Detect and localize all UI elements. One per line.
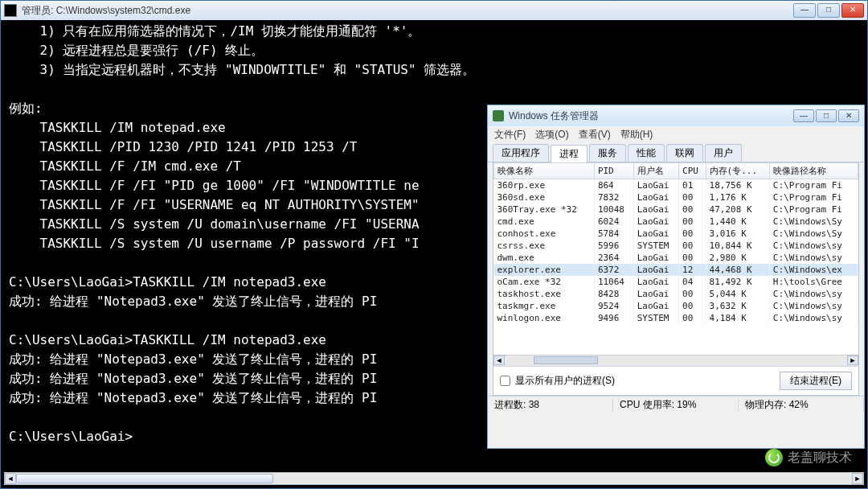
tm-process-table: 映像名称PID用户名CPU内存(专...映像路径名称 360rp.exe864L… [493, 162, 858, 324]
tm-maximize-button[interactable]: □ [816, 109, 837, 122]
show-all-users-label: 显示所有用户的进程(S) [515, 374, 615, 388]
tm-tab[interactable]: 服务 [589, 144, 626, 162]
table-row[interactable]: oCam.exe *3211064LaoGai0481,492 KH:\tool… [494, 276, 858, 288]
show-all-users-checkbox[interactable] [500, 376, 510, 386]
table-row[interactable]: conhost.exe5784LaoGai003,016 KC:\Windows… [494, 228, 858, 240]
table-row[interactable]: 360sd.exe7832LaoGai001,176 KC:\Program F… [494, 191, 858, 203]
wechat-logo-icon [765, 449, 783, 466]
tm-menu-item[interactable]: 文件(F) [494, 129, 526, 140]
cmd-title: 管理员: C:\Windows\system32\cmd.exe [22, 4, 793, 18]
scroll-left-arrow-icon[interactable]: ◄ [493, 355, 505, 365]
tm-tab-strip: 应用程序进程服务性能联网用户 [488, 142, 864, 162]
cmd-horizontal-scrollbar[interactable]: ◄ ► [4, 472, 864, 485]
cmd-close-button[interactable]: ✕ [841, 3, 864, 18]
tm-column-header[interactable]: 用户名 [633, 163, 678, 179]
tm-column-header[interactable]: CPU [679, 163, 706, 179]
scroll-right-arrow-icon[interactable]: ► [852, 473, 863, 484]
tm-footer: 显示所有用户的进程(S) 结束进程(E) [493, 366, 858, 395]
tm-menu-item[interactable]: 查看(V) [579, 129, 611, 140]
tm-tab[interactable]: 联网 [666, 144, 703, 162]
table-row[interactable]: taskhost.exe8428LaoGai005,044 KC:\Window… [494, 288, 858, 300]
tm-tab[interactable]: 性能 [628, 144, 665, 162]
tm-tab[interactable]: 进程 [551, 145, 588, 162]
tm-window-buttons: — □ ✕ [793, 109, 859, 122]
tm-status-bar: 进程数: 38 CPU 使用率: 19% 物理内存: 42% [488, 396, 864, 413]
end-process-button[interactable]: 结束进程(E) [780, 372, 852, 390]
tm-menu-item[interactable]: 帮助(H) [620, 129, 653, 140]
tm-minimize-button[interactable]: — [793, 109, 814, 122]
tm-close-button[interactable]: ✕ [838, 109, 859, 122]
tm-content: 映像名称PID用户名CPU内存(专...映像路径名称 360rp.exe864L… [493, 162, 859, 396]
scroll-right-arrow-icon[interactable]: ► [847, 355, 858, 365]
tm-tab[interactable]: 用户 [705, 144, 742, 162]
task-manager-window: Windows 任务管理器 — □ ✕ 文件(F)选项(O)查看(V)帮助(H)… [487, 105, 865, 449]
tm-menu-bar: 文件(F)选项(O)查看(V)帮助(H) [488, 126, 864, 142]
table-row[interactable]: cmd.exe6024LaoGai001,440 KC:\Windows\Sy [494, 216, 858, 228]
table-row[interactable]: 360Tray.exe *3210048LaoGai0047,208 KC:\P… [494, 203, 858, 216]
tm-tab[interactable]: 应用程序 [493, 144, 549, 162]
scroll-left-arrow-icon[interactable]: ◄ [5, 473, 16, 484]
watermark-text: 老盖聊技术 [788, 450, 852, 466]
status-memory-usage: 物理内存: 42% [739, 398, 864, 412]
watermark: 老盖聊技术 [765, 449, 852, 466]
tm-column-header[interactable]: PID [594, 163, 633, 179]
table-row[interactable]: 360rp.exe864LaoGai0118,756 KC:\Program F… [494, 179, 858, 192]
tm-title: Windows 任务管理器 [509, 109, 793, 123]
cmd-titlebar[interactable]: 管理员: C:\Windows\system32\cmd.exe — □ ✕ [1, 1, 867, 20]
tm-titlebar[interactable]: Windows 任务管理器 — □ ✕ [488, 105, 864, 126]
table-row[interactable]: csrss.exe5996SYSTEM0010,844 KC:\Windows\… [494, 240, 858, 252]
table-row[interactable]: explorer.exe6372LaoGai1244,468 KC:\Windo… [494, 264, 858, 276]
table-row[interactable]: dwm.exe2364LaoGai002,980 KC:\Windows\sy [494, 252, 858, 264]
tm-icon [493, 110, 504, 121]
tm-column-header[interactable]: 内存(专... [706, 163, 769, 179]
scroll-thumb[interactable] [534, 356, 598, 364]
status-cpu-usage: CPU 使用率: 19% [613, 398, 739, 412]
tm-menu-item[interactable]: 选项(O) [535, 129, 568, 140]
cmd-icon [4, 4, 17, 17]
tm-column-header[interactable]: 映像路径名称 [769, 163, 858, 179]
cmd-window-buttons: — □ ✕ [793, 3, 864, 18]
cmd-maximize-button[interactable]: □ [817, 3, 840, 18]
tm-process-table-wrap[interactable]: 映像名称PID用户名CPU内存(专...映像路径名称 360rp.exe864L… [493, 162, 858, 355]
tm-column-header[interactable]: 映像名称 [494, 163, 595, 179]
status-process-count: 进程数: 38 [488, 398, 613, 412]
tm-horizontal-scrollbar[interactable]: ◄ ► [493, 355, 858, 366]
table-row[interactable]: winlogon.exe9496SYSTEM004,184 KC:\Window… [494, 312, 858, 324]
table-row[interactable]: taskmgr.exe9524LaoGai003,632 KC:\Windows… [494, 300, 858, 312]
cmd-minimize-button[interactable]: — [793, 3, 816, 18]
scroll-thumb[interactable] [16, 474, 273, 483]
